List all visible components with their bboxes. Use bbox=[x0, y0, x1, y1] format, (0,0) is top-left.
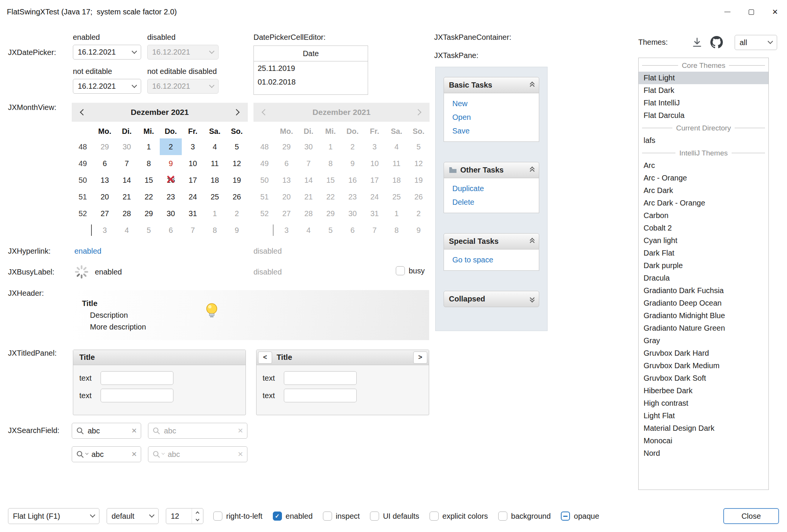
theme-list-item[interactable]: Carbon bbox=[639, 209, 768, 222]
theme-combo[interactable]: Flat Light (F1) bbox=[8, 508, 99, 524]
theme-list-item[interactable]: Gruvbox Dark Soft bbox=[639, 372, 768, 384]
theme-list-item[interactable]: Flat Dark bbox=[639, 84, 768, 97]
clear-icon[interactable]: ✕ bbox=[131, 427, 137, 435]
theme-list-item[interactable]: Dark Flat bbox=[639, 247, 768, 259]
day-cell[interactable]: 8 bbox=[138, 155, 160, 172]
theme-list-item[interactable]: Gradianto Nature Green bbox=[639, 322, 768, 334]
theme-list-item[interactable]: Material Design Dark bbox=[639, 422, 768, 435]
hyperlink-enabled[interactable]: enabled bbox=[74, 247, 101, 256]
theme-list-item[interactable]: lafs bbox=[639, 134, 768, 147]
day-cell[interactable]: 13 bbox=[94, 172, 116, 188]
github-icon[interactable] bbox=[710, 36, 723, 49]
theme-list-item[interactable]: High contrast bbox=[639, 397, 768, 410]
day-cell[interactable]: 12 bbox=[226, 155, 248, 172]
prev-month-button[interactable] bbox=[72, 110, 93, 115]
day-cell[interactable]: 6 bbox=[94, 155, 116, 172]
day-cell[interactable]: 23 bbox=[160, 188, 182, 205]
text-input[interactable] bbox=[284, 389, 357, 402]
search-field-enabled[interactable]: abc ✕ bbox=[72, 423, 141, 439]
checkbox-background[interactable]: background bbox=[498, 512, 551, 521]
datepicker-noteditable[interactable]: 16.12.2021 bbox=[73, 79, 141, 94]
theme-list-item[interactable]: Gray bbox=[639, 334, 768, 347]
day-cell[interactable]: 25 bbox=[204, 188, 226, 205]
day-cell[interactable]: 19 bbox=[226, 172, 248, 188]
theme-list-item[interactable]: Arc Dark - Orange bbox=[639, 197, 768, 209]
taskpane-header[interactable]: Basic Tasks bbox=[444, 77, 539, 93]
day-cell[interactable]: 30 bbox=[116, 138, 138, 155]
day-cell[interactable]: 1 bbox=[138, 138, 160, 155]
taskpane-header[interactable]: Collapsed bbox=[444, 291, 539, 307]
next-month-button[interactable] bbox=[227, 110, 248, 115]
task-link-new[interactable]: New bbox=[452, 99, 534, 108]
themes-filter-combo[interactable]: all bbox=[735, 35, 777, 50]
search-input[interactable]: abc bbox=[88, 427, 128, 435]
task-link-save[interactable]: Save bbox=[452, 127, 534, 135]
day-cell[interactable]: 5 bbox=[138, 222, 160, 239]
checkbox-right-to-left[interactable]: right-to-left bbox=[213, 512, 263, 521]
day-cell[interactable]: 6 bbox=[160, 222, 182, 239]
minimize-button[interactable] bbox=[715, 0, 739, 24]
table-column-header[interactable]: Date bbox=[254, 46, 368, 61]
datepicker-enabled[interactable]: 16.12.2021 bbox=[73, 45, 141, 60]
spinner-value[interactable]: 12 bbox=[166, 508, 192, 524]
day-cell[interactable]: 8 bbox=[204, 222, 226, 239]
checkbox-ui-defaults[interactable]: UI defaults bbox=[370, 512, 419, 521]
day-cell[interactable]: 26 bbox=[226, 188, 248, 205]
theme-list-item[interactable]: Light Flat bbox=[639, 410, 768, 422]
day-cell[interactable]: 16✕ bbox=[160, 172, 182, 188]
theme-list-item[interactable]: Gradianto Dark Fuchsia bbox=[639, 284, 768, 297]
theme-list-item[interactable]: Gradianto Deep Ocean bbox=[639, 297, 768, 309]
task-link-delete[interactable]: Delete bbox=[452, 198, 534, 207]
taskpane-header[interactable]: Other Tasks bbox=[444, 162, 539, 178]
text-input[interactable] bbox=[101, 371, 173, 385]
day-cell[interactable]: 1 bbox=[204, 205, 226, 222]
day-cell[interactable]: 7 bbox=[182, 222, 204, 239]
close-window-button[interactable]: ✕ bbox=[763, 0, 787, 24]
day-cell[interactable]: 14 bbox=[116, 172, 138, 188]
search-input[interactable]: abc bbox=[91, 450, 128, 459]
maximize-button[interactable] bbox=[739, 0, 763, 24]
theme-list-item[interactable]: Gradianto Midnight Blue bbox=[639, 309, 768, 322]
search-field-with-menu[interactable]: abc ✕ bbox=[72, 446, 141, 462]
day-cell[interactable]: 24 bbox=[182, 188, 204, 205]
day-cell[interactable]: 4 bbox=[116, 222, 138, 239]
theme-list-item[interactable]: Flat Darcula bbox=[639, 109, 768, 122]
day-cell[interactable]: 3 bbox=[182, 138, 204, 155]
theme-list-item[interactable]: Flat IntelliJ bbox=[639, 97, 768, 109]
task-link-open[interactable]: Open bbox=[452, 113, 534, 122]
day-cell[interactable]: 21 bbox=[116, 188, 138, 205]
day-cell[interactable]: 3 bbox=[94, 222, 116, 239]
day-cell[interactable]: 17 bbox=[182, 172, 204, 188]
day-cell[interactable]: 4 bbox=[204, 138, 226, 155]
day-cell[interactable]: 29 bbox=[94, 138, 116, 155]
day-cell[interactable]: 15 bbox=[138, 172, 160, 188]
download-icon[interactable] bbox=[691, 37, 703, 48]
day-cell[interactable]: 28 bbox=[116, 205, 138, 222]
day-cell[interactable]: 31 bbox=[182, 205, 204, 222]
theme-list-item[interactable]: Flat Light bbox=[639, 72, 768, 84]
day-cell[interactable]: 10 bbox=[182, 155, 204, 172]
day-cell[interactable]: 20 bbox=[94, 188, 116, 205]
spinner-up-button[interactable] bbox=[192, 508, 203, 516]
checkbox-explicit-colors[interactable]: explicit colors bbox=[430, 512, 488, 521]
theme-list-item[interactable]: Dracula bbox=[639, 272, 768, 284]
day-cell[interactable]: 7 bbox=[116, 155, 138, 172]
day-cell[interactable]: 11 bbox=[204, 155, 226, 172]
day-cell[interactable]: 9 bbox=[160, 155, 182, 172]
dropdown-arrow-icon[interactable] bbox=[128, 79, 141, 93]
busy-checkbox[interactable]: busy bbox=[396, 266, 425, 275]
theme-list-item[interactable]: Monocai bbox=[639, 435, 768, 447]
theme-list-item[interactable]: Gruvbox Dark Medium bbox=[639, 359, 768, 372]
day-cell[interactable]: 2 bbox=[226, 205, 248, 222]
theme-list-item[interactable]: Dark purple bbox=[639, 259, 768, 272]
day-cell[interactable]: 18 bbox=[204, 172, 226, 188]
panel-next-button[interactable]: > bbox=[413, 352, 427, 364]
theme-list-item[interactable]: Cyan light bbox=[639, 234, 768, 247]
checkbox-opaque[interactable]: opaque bbox=[561, 512, 599, 521]
panel-prev-button[interactable]: < bbox=[258, 352, 272, 364]
checkbox-inspect[interactable]: inspect bbox=[323, 512, 360, 521]
table-row[interactable]: 01.02.2018 bbox=[254, 75, 368, 89]
checkbox-enabled[interactable]: ✓enabled bbox=[273, 512, 313, 521]
day-cell[interactable]: 29 bbox=[138, 205, 160, 222]
theme-list-item[interactable]: Hiberbee Dark bbox=[639, 384, 768, 397]
